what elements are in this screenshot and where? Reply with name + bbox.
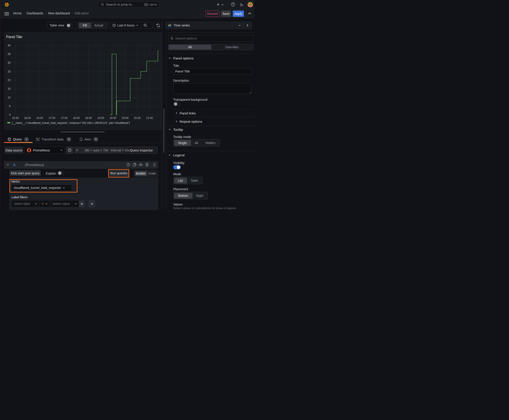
svg-text:35: 35 bbox=[8, 52, 11, 56]
svg-text:17:00: 17:00 bbox=[48, 116, 55, 120]
svg-text:19:00: 19:00 bbox=[97, 116, 104, 120]
svg-text:5: 5 bbox=[9, 105, 11, 108]
svg-text:25: 25 bbox=[8, 70, 11, 73]
svg-text:40: 40 bbox=[8, 44, 11, 47]
svg-text:20:00: 20:00 bbox=[122, 116, 128, 120]
svg-text:18:00: 18:00 bbox=[73, 116, 80, 120]
svg-text:15: 15 bbox=[8, 87, 11, 90]
svg-text:19:30: 19:30 bbox=[109, 116, 116, 120]
svg-text:20:30: 20:30 bbox=[134, 116, 141, 120]
svg-text:16:30: 16:30 bbox=[36, 116, 43, 120]
svg-text:10: 10 bbox=[8, 96, 11, 99]
svg-text:18:30: 18:30 bbox=[85, 116, 92, 120]
svg-text:21:00: 21:00 bbox=[146, 116, 153, 120]
svg-text:{__name__="cloudflared_tunnel_: {__name__="cloudflared_tunnel_total_requ… bbox=[12, 121, 130, 125]
svg-text:0: 0 bbox=[9, 113, 11, 116]
svg-text:15:30: 15:30 bbox=[12, 116, 19, 120]
svg-text:30: 30 bbox=[8, 61, 11, 64]
svg-text:17:30: 17:30 bbox=[61, 116, 68, 120]
svg-text:20: 20 bbox=[8, 79, 11, 82]
svg-text:16:00: 16:00 bbox=[24, 116, 31, 120]
